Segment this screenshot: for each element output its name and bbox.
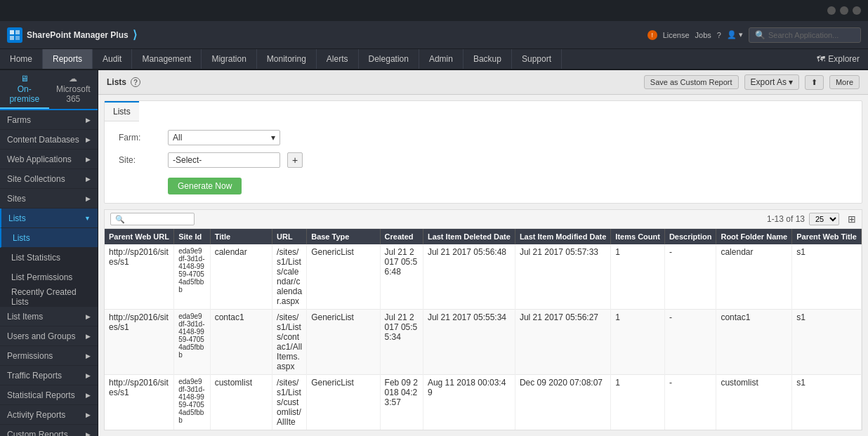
window-controls xyxy=(827,6,861,15)
sidebar-item-web-applications[interactable]: Web Applications ▶ xyxy=(0,150,98,169)
statistical-reports-chevron: ▶ xyxy=(86,392,91,399)
nav-alerts[interactable]: Alerts xyxy=(317,49,359,69)
cell-parent-web-url: http://sp2016/sites/s1 xyxy=(105,375,174,431)
cell-items-count: 1 xyxy=(611,375,665,431)
explorer-btn[interactable]: 🗺 Explorer xyxy=(808,49,868,69)
sidebar-item-custom-reports[interactable]: Custom Reports ▶ xyxy=(0,425,98,436)
sidebar-subitem-recently-created[interactable]: Recently Created Lists xyxy=(0,287,98,307)
app-logo-icon xyxy=(7,27,22,43)
more-btn[interactable]: More xyxy=(829,75,860,89)
col-base-type: Base Type xyxy=(307,229,380,244)
nav-monitoring[interactable]: Monitoring xyxy=(257,49,317,69)
save-custom-report-btn[interactable]: Save as Custom Report xyxy=(644,75,739,89)
sidebar-subitem-list-permissions[interactable]: List Permissions xyxy=(0,267,98,287)
traffic-reports-chevron: ▶ xyxy=(86,372,91,379)
search-icon: 🔍 xyxy=(755,30,765,40)
sidebar-item-permissions[interactable]: Permissions ▶ xyxy=(0,346,98,366)
help-btn[interactable]: ? xyxy=(717,31,721,39)
tab-microsoft365[interactable]: ☁ Microsoft 365 xyxy=(49,70,98,109)
nav-reports[interactable]: Reports xyxy=(43,49,93,69)
custom-reports-label: Custom Reports xyxy=(7,430,68,437)
sidebar-item-site-collections[interactable]: Site Collections ▶ xyxy=(0,169,98,189)
user-btn[interactable]: 👤 ▾ xyxy=(727,30,743,39)
nav-backup[interactable]: Backup xyxy=(463,49,512,69)
nav-support[interactable]: Support xyxy=(512,49,562,69)
main-nav: Home Reports Audit Management Migration … xyxy=(0,49,868,70)
cell-site-id: eda9e9df-3d1d-4148-9959-47054ad5fbbb xyxy=(174,310,210,375)
cell-root-folder: contac1 xyxy=(716,310,792,375)
window-topbar xyxy=(0,0,868,21)
cell-title: customlist xyxy=(210,375,272,431)
cell-title: contac1 xyxy=(210,310,272,375)
sidebar-item-farms[interactable]: Farms ▶ xyxy=(0,110,98,130)
lists-table: Parent Web URL Site Id Title URL Base Ty… xyxy=(105,229,862,430)
nav-delegation[interactable]: Delegation xyxy=(359,49,419,69)
table-search-input[interactable] xyxy=(110,213,195,225)
farm-select[interactable]: All ▾ xyxy=(168,130,280,145)
export-as-btn[interactable]: Export As ▾ xyxy=(744,74,799,90)
onpremise-icon: 🖥 xyxy=(20,74,29,84)
col-site-id: Site Id xyxy=(174,229,210,244)
sidebar-subitem-list-statistics[interactable]: List Statistics xyxy=(0,248,98,267)
export-icon-btn[interactable]: ⬆ xyxy=(805,75,824,90)
m365-icon: ☁ xyxy=(69,74,77,84)
minimize-btn[interactable] xyxy=(827,6,836,15)
sidebar-subitem-lists[interactable]: Lists xyxy=(0,228,98,248)
sidebar-item-sites[interactable]: Sites ▶ xyxy=(0,189,98,209)
sidebar-tabs: 🖥 On-premise ☁ Microsoft 365 xyxy=(0,70,98,110)
nav-audit[interactable]: Audit xyxy=(93,49,132,69)
cell-description: - xyxy=(664,310,716,375)
cell-description: - xyxy=(664,375,716,431)
grid-view-icon[interactable]: ⊞ xyxy=(848,213,856,225)
sidebar-item-traffic-reports[interactable]: Traffic Reports ▶ xyxy=(0,366,98,385)
col-title: Title xyxy=(210,229,272,244)
col-last-deleted: Last Item Deleted Date xyxy=(423,229,515,244)
sites-chevron: ▶ xyxy=(86,195,91,202)
site-select[interactable]: -Select- xyxy=(168,152,280,168)
notification-badge[interactable]: ! xyxy=(647,30,657,40)
sidebar-item-users-groups[interactable]: Users and Groups ▶ xyxy=(0,326,98,346)
sidebar-item-statistical-reports[interactable]: Statistical Reports ▶ xyxy=(0,385,98,405)
form-tab[interactable]: Lists xyxy=(105,101,139,121)
table-header: Parent Web URL Site Id Title URL Base Ty… xyxy=(105,229,862,244)
generate-now-btn[interactable]: Generate Now xyxy=(168,178,242,194)
table-row: http://sp2016/sites/s1 eda9e9df-3d1d-414… xyxy=(105,375,862,431)
content-databases-label: Content Databases xyxy=(7,135,79,145)
site-add-btn[interactable]: + xyxy=(287,152,303,168)
cell-items-count: 1 xyxy=(611,310,665,375)
web-applications-label: Web Applications xyxy=(7,154,72,164)
pagination: 1-13 of 13 25 ⊞ xyxy=(767,213,856,225)
users-groups-label: Users and Groups xyxy=(7,331,75,341)
sidebar-item-list-items[interactable]: List Items ▶ xyxy=(0,307,98,326)
svg-rect-1 xyxy=(15,30,20,34)
cell-created: Jul 21 2017 05:56:48 xyxy=(380,244,423,310)
license-btn[interactable]: License xyxy=(663,31,690,39)
content-databases-chevron: ▶ xyxy=(86,136,91,143)
cell-base-type: GenericList xyxy=(307,310,380,375)
sidebar-item-activity-reports[interactable]: Activity Reports ▶ xyxy=(0,405,98,425)
cell-site-id: eda9e9df-3d1d-4148-9959-47054ad5fbbb xyxy=(174,244,210,310)
search-box[interactable]: 🔍 Search Application... xyxy=(749,27,861,43)
nav-management[interactable]: Management xyxy=(132,49,202,69)
maximize-btn[interactable] xyxy=(840,6,848,15)
nav-home[interactable]: Home xyxy=(0,49,43,69)
cell-created: Jul 21 2017 05:55:34 xyxy=(380,310,423,375)
page-size-select[interactable]: 25 xyxy=(809,213,839,225)
activity-reports-label: Activity Reports xyxy=(7,410,65,420)
tab-onpremise[interactable]: 🖥 On-premise xyxy=(0,70,49,109)
help-icon[interactable]: ? xyxy=(131,77,140,87)
nav-admin[interactable]: Admin xyxy=(419,49,463,69)
cell-parent-web-title: s1 xyxy=(792,310,862,375)
cell-items-count: 1 xyxy=(611,244,665,310)
col-description: Description xyxy=(664,229,716,244)
farms-chevron: ▶ xyxy=(86,117,91,124)
nav-migration[interactable]: Migration xyxy=(202,49,256,69)
close-btn[interactable] xyxy=(853,6,861,15)
cell-last-deleted: Jul 21 2017 05:55:34 xyxy=(423,310,515,375)
jobs-btn[interactable]: Jobs xyxy=(695,31,711,39)
sidebar-item-content-databases[interactable]: Content Databases ▶ xyxy=(0,130,98,150)
sidebar-item-lists[interactable]: Lists ▼ xyxy=(0,209,98,228)
pagination-text: 1-13 of 13 xyxy=(767,214,805,224)
lists-label: Lists xyxy=(8,213,26,223)
svg-rect-3 xyxy=(15,36,20,40)
